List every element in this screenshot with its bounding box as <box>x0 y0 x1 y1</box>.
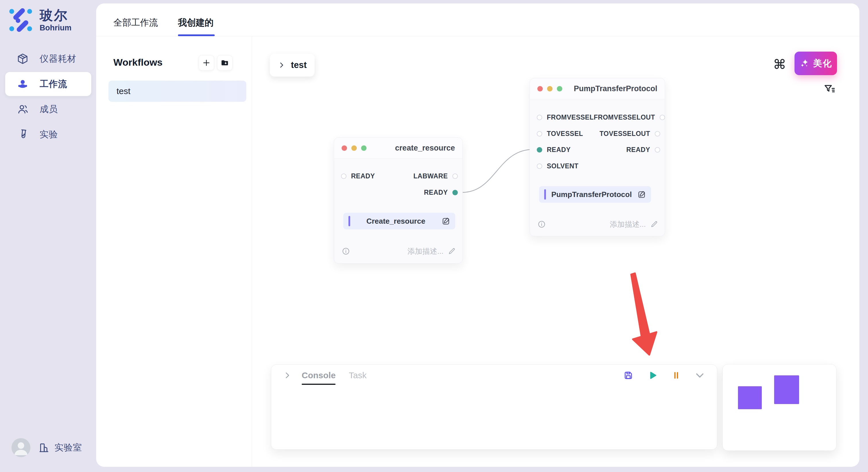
port-label: TOVESSELOUT <box>600 130 650 138</box>
edit-icon[interactable] <box>637 190 646 199</box>
node-header: PumpTransferProtocol <box>530 78 665 99</box>
port-label: READY <box>424 189 448 196</box>
beautify-label: 美化 <box>813 57 832 69</box>
info-icon[interactable] <box>342 247 350 256</box>
plus-icon <box>202 59 211 67</box>
console-header: Console Task <box>271 365 717 386</box>
description-placeholder[interactable]: 添加描述... <box>407 246 443 256</box>
minimap[interactable] <box>722 364 836 451</box>
tab-console[interactable]: Console <box>302 370 336 380</box>
traffic-dot-yellow <box>547 86 553 92</box>
node-footer: 添加描述... <box>537 219 658 229</box>
port-label: READY <box>626 146 650 154</box>
node-port-row: TOVESSEL TOVESSELOUT <box>537 129 660 138</box>
console-tab-underline <box>302 384 336 385</box>
sidebar-item-label: 仪器耗材 <box>40 53 76 65</box>
tab-console-label: Console <box>302 370 336 380</box>
node-action-label: Create_resource <box>350 217 441 226</box>
node-port-row: SOLVENT <box>537 162 660 170</box>
tab-all-workflows[interactable]: 全部工作流 <box>113 16 158 29</box>
app-title: 玻尔 <box>40 9 71 22</box>
pencil-icon[interactable] <box>650 220 658 229</box>
port-label: TOVESSEL <box>547 130 583 138</box>
minimap-node <box>774 375 799 404</box>
workspace-switcher[interactable]: 实验室 <box>11 438 82 457</box>
traffic-dot-green <box>557 86 562 92</box>
node-footer: 添加描述... <box>342 246 456 256</box>
brand-logo: 玻尔 Bohrium <box>8 7 71 33</box>
sidebar-item-members[interactable]: 成员 <box>5 97 91 121</box>
minimap-node <box>738 386 762 409</box>
avatar[interactable] <box>11 438 30 457</box>
input-port-handle[interactable] <box>341 173 346 179</box>
workspace-label: 实验室 <box>55 442 82 453</box>
workflows-panel-title: Workflows <box>113 57 162 68</box>
bohrium-logo-icon <box>8 7 33 33</box>
building-icon <box>38 442 50 453</box>
node-header: create_resource <box>334 138 462 159</box>
import-workflow-button[interactable] <box>217 55 232 71</box>
input-port-handle[interactable] <box>537 131 542 136</box>
output-port-handle[interactable] <box>453 190 458 195</box>
port-label: LABWARE <box>413 172 448 180</box>
sidebar-item-instruments[interactable]: 仪器耗材 <box>5 47 91 71</box>
sparkles-icon <box>799 58 810 69</box>
port-label: FROMVESSEL <box>547 113 594 121</box>
node-action-pill[interactable]: PumpTransferProtocol <box>539 186 651 203</box>
node-port-row: FROMVESSEL FROMVESSELOUT <box>537 113 660 122</box>
chevron-right-icon <box>278 61 286 69</box>
node-port-row: READY LABWARE <box>341 172 458 180</box>
traffic-dot-green <box>361 145 367 151</box>
sidebar-item-label: 成员 <box>40 103 58 115</box>
run-icon[interactable] <box>646 370 658 381</box>
tabbar-divider <box>96 36 859 36</box>
tab-created-by-me[interactable]: 我创建的 <box>178 16 214 29</box>
beautify-button[interactable]: 美化 <box>795 52 837 75</box>
node-title: PumpTransferProtocol <box>574 84 657 93</box>
filter-icon <box>823 83 836 96</box>
pause-icon[interactable] <box>671 370 681 381</box>
breadcrumb-label: test <box>291 60 307 70</box>
port-label: SOLVENT <box>547 162 578 170</box>
save-icon[interactable] <box>623 370 634 381</box>
node-create-resource[interactable]: create_resource READY LABWARE READY Crea… <box>334 137 463 264</box>
console-collapse-icon[interactable] <box>283 371 292 380</box>
node-port-row: READY READY <box>537 145 660 154</box>
edit-icon[interactable] <box>441 216 451 226</box>
shortcuts-button[interactable] <box>773 57 786 71</box>
node-pump-transfer-protocol[interactable]: PumpTransferProtocol FROMVESSEL FROMVESS… <box>530 78 665 236</box>
folder-import-icon <box>220 59 229 67</box>
input-port-handle[interactable] <box>537 164 542 169</box>
workflow-list-item[interactable]: test <box>108 80 246 102</box>
input-port-handle[interactable] <box>537 147 542 153</box>
filter-button[interactable] <box>823 82 836 96</box>
sidebar-item-workflows[interactable]: 工作流 <box>5 72 91 96</box>
output-port-handle[interactable] <box>655 131 660 136</box>
port-label: READY <box>547 146 570 154</box>
node-port-row: READY <box>341 188 458 197</box>
tab-task[interactable]: Task <box>349 370 367 380</box>
box-icon <box>17 53 29 65</box>
pencil-icon[interactable] <box>447 247 456 256</box>
output-port-handle[interactable] <box>660 115 665 120</box>
sidebar-item-label: 工作流 <box>40 78 67 90</box>
output-port-handle[interactable] <box>453 173 458 179</box>
traffic-dot-yellow <box>351 145 357 151</box>
node-action-label: PumpTransferProtocol <box>546 190 637 199</box>
description-placeholder[interactable]: 添加描述... <box>610 220 646 229</box>
input-port-handle[interactable] <box>537 115 542 120</box>
traffic-dot-red <box>342 145 347 151</box>
console-panel: Console Task <box>271 365 717 450</box>
info-icon[interactable] <box>537 220 546 229</box>
workflow-users-icon <box>17 78 29 90</box>
breadcrumb[interactable]: test <box>270 54 315 76</box>
experiment-icon <box>17 129 29 140</box>
collapse-chevron-icon[interactable] <box>694 370 706 381</box>
command-icon <box>773 57 786 71</box>
sidebar-item-experiments[interactable]: 实验 <box>5 123 91 146</box>
add-workflow-button[interactable] <box>198 55 214 71</box>
active-tab-underline <box>178 34 215 36</box>
node-title: create_resource <box>395 144 455 153</box>
output-port-handle[interactable] <box>655 147 660 153</box>
node-action-pill[interactable]: Create_resource <box>343 213 455 229</box>
